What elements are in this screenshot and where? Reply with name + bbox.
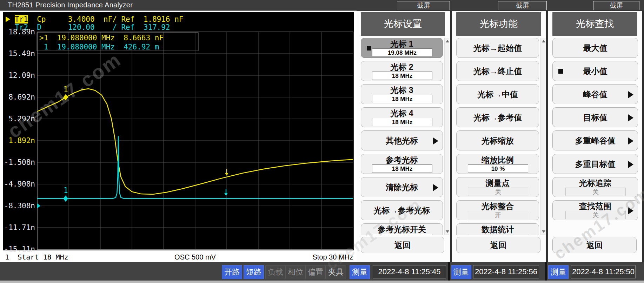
softkey-光标功能-光标→终止值[interactable]: 光标→终止值	[456, 61, 539, 81]
softkey-光标设置-光标 2[interactable]: 光标 218 MHz	[361, 61, 443, 81]
trace1-id-chip[interactable]: Tr1	[15, 15, 28, 23]
active-indicator-icon	[558, 69, 563, 74]
softkey-光标设置-参考光标[interactable]: 参考光标18 MHz	[361, 154, 443, 174]
return-button[interactable]: 返回	[456, 237, 540, 253]
softkey-光标查找-查找范围[interactable]: 查找范围关	[552, 200, 638, 220]
softkey-label: 最小值	[553, 61, 638, 81]
app-title: TH2851 Precision Impedance Analyzer	[8, 1, 133, 9]
softkey-光标功能-缩放比例[interactable]: 缩放比例10 %	[456, 154, 539, 174]
softkey-label: 光标→中值	[457, 85, 539, 105]
trace1-scale-text: Cp 3.4000 nF/ Ref 1.8916 nF	[28, 15, 184, 23]
softkey-光标设置-清除光标[interactable]: 清除光标	[361, 177, 443, 197]
softkey-label: 清除光标	[361, 177, 443, 197]
return-button[interactable]: 返回	[552, 237, 637, 253]
softkey-value: 18 MHz	[372, 95, 432, 103]
bottombar-button-开路[interactable]: 开路	[222, 265, 242, 279]
timestamp-display: 2022-4-8 11:25:50	[571, 265, 636, 278]
softkey-value	[468, 234, 528, 235]
bottombar-button-测量[interactable]: 测量	[548, 265, 569, 279]
panel-title: 光标查找	[552, 12, 637, 36]
panel-scrollbar[interactable]	[540, 38, 545, 235]
softkey-光标查找-峰谷值[interactable]: 峰谷值	[552, 84, 638, 104]
scroll-down-icon[interactable]	[542, 230, 545, 233]
trace2-status-line: Tr2 D 120.00 / Ref 317.92	[15, 23, 170, 31]
marker-readout-row: 1 19.080000 MHz 426.92 m	[39, 43, 159, 51]
softkey-光标查找-多重峰谷值[interactable]: 多重峰谷值	[552, 130, 638, 150]
scroll-up-icon[interactable]	[542, 40, 545, 42]
softkey-光标设置-光标 3[interactable]: 光标 318 MHz	[361, 84, 443, 104]
panel-button-list: 光标 119.08 MHz光标 218 MHz光标 318 MHz光标 418 …	[357, 38, 450, 235]
y-axis-tick-label: 15.49n	[3, 50, 35, 57]
return-button[interactable]: 返回	[361, 237, 444, 253]
bottombar-button-夹具[interactable]: 夹具	[326, 265, 346, 279]
softkey-光标功能-光标→起始值[interactable]: 光标→起始值	[456, 38, 539, 58]
panel-button-list: 光标→起始值光标→终止值光标→中值光标→参考值光标缩放缩放比例10 %测量点关光…	[452, 38, 546, 235]
panel-1: 光标设置光标 119.08 MHz光标 218 MHz光标 318 MHz光标 …	[357, 11, 450, 262]
submenu-arrow-icon	[433, 137, 438, 144]
softkey-label: 目标值	[553, 108, 638, 128]
softkey-光标功能-光标→中值[interactable]: 光标→中值	[456, 84, 539, 104]
scroll-up-icon[interactable]	[446, 40, 449, 42]
softkey-label: 光标→参考值	[457, 108, 539, 128]
trace1-status-line: Tr1 Cp 3.4000 nF/ Ref 1.8916 nF	[15, 15, 183, 23]
y-axis-tick-label: 8.692n	[3, 94, 35, 101]
y-axis-tick-label: 1.892n	[3, 137, 35, 144]
softkey-label: 数据统计	[457, 224, 539, 234]
impedance-analyzer-app: TH2851 Precision Impedance Analyzer 截屏截屏…	[0, 0, 644, 283]
softkey-value	[372, 234, 432, 235]
channel-number: 1	[5, 253, 9, 261]
softkey-光标功能-光标→参考值[interactable]: 光标→参考值	[456, 107, 539, 127]
screenshot-button[interactable]: 截屏	[593, 1, 639, 10]
panel-2: 光标功能光标→起始值光标→终止值光标→中值光标→参考值光标缩放缩放比例10 %测…	[452, 11, 546, 262]
softkey-光标设置-光标 1[interactable]: 光标 119.08 MHz	[361, 38, 443, 58]
panel-scrollbar[interactable]	[444, 38, 449, 235]
y-axis-tick-label: 12.09n	[3, 72, 35, 79]
bottombar-button-短路[interactable]: 短路	[244, 265, 264, 279]
softkey-label: 光标追踪	[553, 178, 638, 187]
bottom-status-bar: 开路短路负载相位偏置夹具测量2022-4-8 11:25:45测量2022-4-…	[0, 262, 644, 281]
y-axis-tick-label: 18.89n	[3, 28, 35, 35]
softkey-value: 关	[565, 188, 626, 196]
measurement-chart: 11 Tr1 Cp 3.4000 nF/ Ref 1.8916 nF Tr2 D…	[0, 11, 357, 263]
softkey-光标查找-光标追踪[interactable]: 光标追踪关	[552, 177, 638, 197]
active-trace-arrow-icon	[6, 16, 10, 22]
bottombar-button-偏置[interactable]: 偏置	[305, 265, 326, 279]
screenshot-button[interactable]: 截屏	[397, 1, 450, 10]
softkey-value: 关	[468, 188, 528, 196]
softkey-光标查找-最大值[interactable]: 最大值	[552, 38, 638, 58]
y-axis-tick-label: -8.308n	[3, 202, 35, 209]
softkey-光标功能-光标整合[interactable]: 光标整合开	[456, 200, 539, 220]
screenshot-button[interactable]: 截屏	[498, 1, 547, 10]
softkey-光标功能-光标缩放[interactable]: 光标缩放	[456, 130, 539, 150]
softkey-光标设置-光标→参考光标[interactable]: 光标→参考光标	[361, 200, 443, 220]
submenu-arrow-icon	[628, 137, 633, 144]
title-bar: TH2851 Precision Impedance Analyzer 截屏截屏…	[0, 0, 644, 11]
softkey-光标设置-光标 4[interactable]: 光标 418 MHz	[361, 107, 443, 127]
marker-number-label: 1	[64, 186, 68, 195]
softkey-光标查找-多重目标值[interactable]: 多重目标值	[552, 154, 638, 174]
softkey-光标设置-参考光标开关[interactable]: 参考光标开关	[361, 223, 443, 235]
softkey-value: 18 MHz	[372, 118, 432, 126]
softkey-label: 其他光标	[361, 131, 443, 151]
bottombar-button-负载[interactable]: 负载	[265, 265, 286, 279]
bottombar-button-测量[interactable]: 测量	[350, 265, 370, 279]
submenu-arrow-icon	[628, 91, 633, 98]
y-axis-tick-label: -4.908n	[3, 181, 35, 188]
panel-3: 光标查找最大值最小值峰谷值目标值多重峰谷值多重目标值光标追踪关查找范围关返回	[548, 11, 642, 262]
scroll-down-icon[interactable]	[446, 230, 449, 233]
submenu-arrow-icon	[628, 114, 633, 121]
softkey-光标查找-最小值[interactable]: 最小值	[552, 61, 638, 81]
bottombar-button-测量[interactable]: 测量	[451, 265, 471, 279]
softkey-label: 光标 4	[361, 108, 443, 117]
softkey-光标设置-其他光标[interactable]: 其他光标	[361, 130, 443, 150]
softkey-光标功能-测量点[interactable]: 测量点关	[456, 177, 539, 197]
softkey-label: 查找范围	[553, 201, 638, 210]
panel-button-list: 最大值最小值峰谷值目标值多重峰谷值多重目标值光标追踪关查找范围关	[548, 38, 642, 235]
softkey-光标查找-目标值[interactable]: 目标值	[552, 107, 638, 127]
bottombar-button-相位[interactable]: 相位	[285, 265, 306, 279]
softkey-label: 参考光标	[361, 155, 443, 164]
softkey-光标功能-数据统计[interactable]: 数据统计	[456, 223, 539, 235]
softkey-value: 关	[565, 211, 626, 219]
marker-number-label: 1	[64, 85, 68, 93]
softkey-label: 多重目标值	[553, 154, 638, 174]
